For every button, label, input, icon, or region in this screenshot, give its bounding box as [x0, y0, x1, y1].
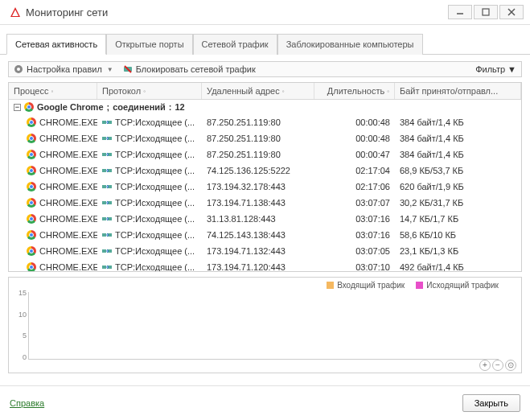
process-name: CHROME.EXE [39, 246, 97, 256]
column-duration[interactable]: Длительность◦ [314, 83, 395, 99]
zoom-out-button[interactable]: − [492, 360, 503, 371]
process-name: CHROME.EXE [39, 150, 97, 159]
table-row[interactable]: CHROME.EXETCP:Исходящее (...74.125.136.1… [9, 163, 521, 179]
svg-rect-26 [102, 249, 106, 253]
svg-rect-10 [102, 121, 106, 124]
close-window-button[interactable]: Закрыть [462, 394, 520, 412]
table-row[interactable]: CHROME.EXETCP:Исходящее (...173.194.32.1… [9, 179, 521, 195]
process-name: CHROME.EXE [39, 262, 97, 271]
svg-rect-22 [102, 217, 106, 220]
zoom-in-button[interactable]: + [479, 360, 491, 371]
duration: 00:00:48 [355, 134, 390, 143]
chrome-icon [27, 198, 36, 208]
table-row[interactable]: CHROME.EXETCP:Исходящее (...87.250.251.1… [9, 130, 521, 146]
chart-bars [29, 292, 499, 359]
remote-address: 173.194.71.120:443 [207, 262, 286, 271]
traffic-chart: Входящий трафик Исходящий трафик 151050 … [8, 277, 522, 373]
connection-icon [102, 166, 112, 175]
dropdown-arrow-icon: ▼ [507, 64, 516, 74]
tab-1[interactable]: Открытые порты [106, 34, 192, 55]
remote-address: 74.125.143.138:443 [207, 230, 286, 240]
svg-rect-12 [102, 137, 106, 140]
content: Настройка правил ▼ Блокировать сетевой т… [0, 55, 530, 385]
column-protocol[interactable]: Протокол◦ [97, 83, 202, 99]
duration: 03:07:16 [355, 214, 390, 224]
bytes: 492 байт/1,4 КБ [400, 262, 464, 271]
app-logo-icon [10, 6, 21, 18]
svg-rect-28 [102, 266, 106, 269]
swatch-in [327, 282, 334, 289]
window: Мониторинг сети Сетевая активностьОткрыт… [0, 0, 530, 420]
zoom-reset-button[interactable]: ⊙ [505, 360, 516, 371]
bytes: 58,6 КБ/10 КБ [400, 230, 456, 240]
block-label: Блокировать сетевой трафик [136, 64, 256, 74]
protocol-text: TCP:Исходящее (... [115, 246, 195, 256]
remote-address: 173.194.71.132:443 [207, 246, 286, 256]
tab-3[interactable]: Заблокированные компьютеры [277, 34, 423, 55]
protocol-text: TCP:Исходящее (... [115, 214, 195, 224]
help-link[interactable]: Справка [10, 398, 44, 408]
minimize-button[interactable] [448, 5, 472, 19]
table-body[interactable]: − Google Chrome; соединений: 12 CHROME.E… [9, 100, 521, 271]
process-name: CHROME.EXE [39, 166, 97, 175]
table-row[interactable]: CHROME.EXETCP:Исходящее (...87.250.251.1… [9, 114, 521, 130]
duration: 02:17:06 [355, 182, 390, 191]
close-button[interactable] [499, 5, 524, 19]
rules-label: Настройка правил [27, 64, 102, 74]
table-header: Процесс◦ Протокол◦ Удаленный адрес◦ Длит… [9, 83, 521, 100]
remote-address: 31.13.81.128:443 [207, 214, 276, 224]
column-remote-address[interactable]: Удаленный адрес◦ [202, 83, 314, 99]
connection-icon [102, 198, 112, 208]
rules-settings-button[interactable]: Настройка правил ▼ [14, 64, 113, 74]
block-icon [123, 64, 133, 74]
protocol-text: TCP:Исходящее (... [115, 262, 195, 271]
chrome-icon [27, 150, 36, 159]
chrome-icon [27, 214, 36, 224]
group-conn-count: 12 [175, 102, 185, 112]
table-row[interactable]: CHROME.EXETCP:Исходящее (...87.250.251.1… [9, 146, 521, 163]
swatch-out [416, 282, 423, 289]
table-row[interactable]: CHROME.EXETCP:Исходящее (...31.13.81.128… [9, 211, 521, 227]
protocol-text: TCP:Исходящее (... [115, 198, 195, 208]
toolbar: Настройка правил ▼ Блокировать сетевой т… [8, 61, 522, 77]
chrome-icon [27, 134, 36, 143]
gear-icon [14, 64, 23, 74]
footer: Справка Закрыть [0, 385, 530, 420]
table-row[interactable]: CHROME.EXETCP:Исходящее (...173.194.71.1… [9, 259, 521, 271]
protocol-text: TCP:Исходящее (... [115, 166, 195, 175]
connection-icon [102, 214, 112, 224]
table-row[interactable]: CHROME.EXETCP:Исходящее (...173.194.71.1… [9, 195, 521, 211]
legend-outgoing: Исходящий трафик [416, 281, 499, 290]
svg-rect-20 [102, 201, 106, 204]
chrome-icon [27, 262, 36, 271]
remote-address: 87.250.251.119:80 [207, 117, 281, 127]
table-row[interactable]: CHROME.EXETCP:Исходящее (...74.125.143.1… [9, 227, 521, 243]
svg-rect-14 [102, 153, 106, 156]
connection-icon [102, 230, 112, 240]
chrome-icon [27, 166, 36, 175]
tab-0[interactable]: Сетевая активность [6, 34, 106, 55]
column-process[interactable]: Процесс◦ [9, 83, 97, 99]
connection-icon [102, 182, 112, 191]
group-row[interactable]: − Google Chrome; соединений: 12 [9, 100, 521, 114]
collapse-toggle-icon[interactable]: − [14, 104, 21, 111]
protocol-text: TCP:Исходящее (... [115, 150, 195, 159]
remote-address: 173.194.71.138:443 [207, 198, 286, 208]
column-bytes[interactable]: Байт принято/отправл... [395, 83, 521, 99]
filter-button[interactable]: Фильтр ▼ [475, 64, 516, 74]
bytes: 620 байт/1,9 КБ [400, 182, 464, 191]
process-name: CHROME.EXE [39, 134, 97, 143]
block-traffic-button[interactable]: Блокировать сетевой трафик [123, 64, 256, 74]
connection-icon [102, 150, 112, 159]
chrome-icon [27, 230, 36, 240]
y-axis-labels: 151050 [12, 289, 27, 361]
table-row[interactable]: CHROME.EXETCP:Исходящее (...173.194.71.1… [9, 243, 521, 259]
tabs: Сетевая активностьОткрытые портыСетевой … [0, 25, 530, 55]
svg-rect-16 [102, 169, 106, 172]
maximize-button[interactable] [474, 5, 498, 19]
process-name: CHROME.EXE [39, 117, 97, 127]
connection-icon [102, 134, 112, 143]
process-name: CHROME.EXE [39, 214, 97, 224]
tab-2[interactable]: Сетевой трафик [193, 34, 277, 55]
chart-zoom-controls: + − ⊙ [479, 360, 516, 371]
